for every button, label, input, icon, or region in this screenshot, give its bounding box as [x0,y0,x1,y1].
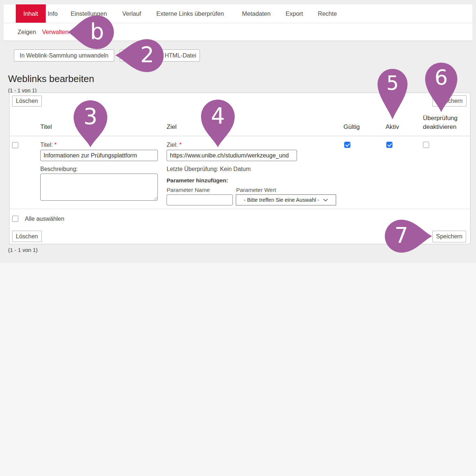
row-divider [10,209,470,209]
ueberpruefung-deaktivieren-checkbox[interactable] [423,142,429,148]
tab-verlauf[interactable]: Verlauf [122,4,141,23]
header-divider [10,136,470,136]
ziel-required-asterisk: * [179,142,182,148]
parameter-hinzufuegen-title: Parameter hinzufügen: [167,177,228,184]
delete-button-top[interactable]: Löschen [12,96,42,107]
column-header-ueberpruefung-line2: deaktivieren [423,123,457,130]
column-header-ueberpruefung-line1: Überprüfung [423,115,458,122]
tab-einstellungen[interactable]: Einstellungen [71,4,107,23]
ziel-label-text: Ziel: [167,142,178,148]
save-button-top[interactable]: Speichern [432,95,466,107]
tab-info[interactable]: Info [48,4,58,23]
subtab-verwalten[interactable]: Verwalten [42,23,68,41]
beschreibung-textarea[interactable] [40,174,158,201]
parameter-name-label: Parameter Name [167,187,210,193]
titel-required-asterisk: * [55,142,57,148]
tab-export[interactable]: Export [286,4,303,23]
save-button-bottom[interactable]: Speichern [432,231,466,242]
column-header-aktiv: Aktiv [386,123,399,131]
titel-input[interactable] [40,150,158,161]
tab-externe-links-ueberpruefen[interactable]: Externe Links überprüfen [156,4,224,23]
aktiv-checkbox[interactable] [386,142,393,148]
result-count-bottom: (1 - 1 von 1) [8,247,38,253]
select-all-checkbox[interactable] [12,216,18,222]
titel-field-label: Titel: * [40,142,57,148]
subtab-zeigen[interactable]: Zeigen [18,23,36,41]
gueltig-checkbox[interactable] [344,142,350,148]
select-all-label: Alle auswählen [25,216,64,222]
column-header-gueltig: Gültig [343,123,360,131]
tab-metadaten[interactable]: Metadaten [242,4,271,23]
row-select-checkbox[interactable] [12,142,18,148]
letzte-ueberpruefung-text: Letzte Überprüfung: Kein Datum [167,166,250,172]
ziel-field-label: Ziel: * [167,142,182,148]
tab-inhalt[interactable]: Inhalt [16,4,46,23]
sub-tab-bar: ZeigenVerwalten [4,23,472,41]
ziel-input[interactable] [167,150,297,161]
parameter-wert-select[interactable]: - Bitte treffen Sie eine Auswahl - [236,194,336,205]
chevron-down-icon [323,198,328,202]
page-title: Weblinks bearbeiten [8,73,94,85]
column-header-ziel: Ziel [167,123,176,131]
export-html-button[interactable]: s HTML-Datei [120,49,200,62]
parameter-wert-selected-option: - Bitte treffen Sie eine Auswahl - [244,197,319,203]
main-tab-bar: InhaltInfoEinstellungenVerlaufExterne Li… [4,4,472,23]
beschreibung-label: Beschreibung: [40,166,78,172]
column-header-ueberpruefung-deaktivieren: Überprüfung deaktivieren [423,114,458,131]
convert-to-weblink-collection-button[interactable]: In Weblink-Sammlung umwandeln [14,49,114,62]
delete-button-bottom[interactable]: Löschen [12,231,42,242]
parameter-wert-label: Parameter Wert [236,187,276,193]
parameter-name-input[interactable] [167,194,233,205]
column-header-titel: Titel [40,123,52,131]
tab-rechte[interactable]: Rechte [318,4,337,23]
titel-label-text: Titel: [40,142,53,148]
